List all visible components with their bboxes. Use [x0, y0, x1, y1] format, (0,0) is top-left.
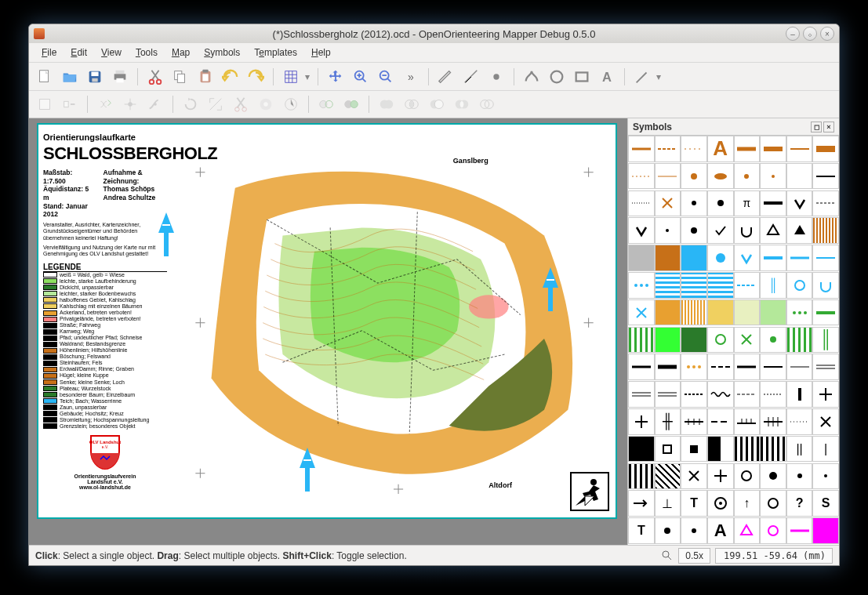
symbol-cell[interactable] — [707, 245, 734, 271]
symbol-cell[interactable] — [786, 354, 813, 380]
symbol-cell[interactable] — [681, 436, 707, 463]
symbol-cell[interactable] — [786, 408, 813, 435]
menu-file[interactable]: File — [35, 45, 63, 60]
symbol-cell[interactable] — [734, 517, 761, 544]
symbol-cell[interactable] — [760, 381, 786, 408]
symbol-cell[interactable]: ? — [786, 490, 813, 517]
symbol-cell[interactable] — [681, 408, 707, 435]
point-tool[interactable] — [485, 66, 507, 88]
symbol-cell[interactable] — [707, 217, 734, 244]
symbol-cell[interactable] — [760, 245, 786, 271]
menu-symbols[interactable]: Symbols — [198, 45, 246, 60]
symbol-cell[interactable] — [655, 272, 681, 299]
menu-map[interactable]: Map — [165, 45, 196, 60]
symbol-cell[interactable] — [707, 190, 734, 217]
maximize-button[interactable]: ⬦ — [803, 27, 817, 41]
new-button[interactable] — [34, 66, 56, 88]
symbol-cell[interactable] — [681, 299, 707, 326]
symbol-cell[interactable] — [786, 272, 813, 299]
cut-button[interactable] — [144, 66, 166, 88]
symbol-cell[interactable]: ⊥ — [655, 490, 681, 517]
symbol-cell[interactable] — [812, 381, 839, 408]
tb2-switch[interactable] — [94, 93, 116, 115]
symbol-cell[interactable] — [812, 517, 839, 544]
symbol-cell[interactable] — [760, 163, 786, 190]
menu-view[interactable]: View — [95, 45, 128, 60]
symbol-cell[interactable] — [734, 463, 761, 490]
symbol-cell[interactable] — [812, 299, 839, 326]
tb2-union[interactable] — [376, 93, 398, 115]
symbol-cell[interactable] — [655, 245, 681, 271]
symbol-cell[interactable] — [707, 381, 734, 408]
panel-float-button[interactable]: ◻ — [811, 122, 822, 132]
symbol-cell[interactable] — [734, 245, 761, 271]
symbol-cell[interactable] — [681, 517, 707, 544]
symbol-cell[interactable] — [760, 436, 786, 463]
symbol-cell[interactable] — [786, 163, 813, 190]
symbol-cell[interactable] — [812, 272, 839, 299]
symbol-cell[interactable] — [786, 327, 813, 354]
symbol-cell[interactable] — [707, 163, 734, 190]
symbol-cell[interactable] — [655, 136, 681, 162]
tb2-snap[interactable] — [119, 93, 141, 115]
tb2-diff[interactable] — [426, 93, 448, 115]
symbol-cell[interactable] — [681, 217, 707, 244]
symbol-cell[interactable] — [681, 190, 707, 217]
symbol-cell[interactable] — [760, 136, 786, 162]
symbol-cell[interactable] — [628, 354, 655, 380]
symbol-cell[interactable] — [628, 163, 655, 190]
symbol-cell[interactable] — [681, 354, 707, 380]
symbol-cell[interactable] — [812, 136, 839, 162]
symbol-cell[interactable]: ↑ — [734, 490, 761, 517]
symbol-cell[interactable] — [786, 217, 813, 244]
tb2-scale[interactable] — [205, 93, 227, 115]
symbol-cell[interactable] — [812, 245, 839, 271]
symbol-cell[interactable] — [655, 299, 681, 326]
menu-help[interactable]: Help — [305, 45, 337, 60]
symbol-cell[interactable] — [760, 299, 786, 326]
tb2-cuthole[interactable] — [255, 93, 277, 115]
symbol-cell[interactable] — [786, 517, 813, 544]
symbol-cell[interactable] — [707, 354, 734, 380]
coords-display[interactable]: 199.51 -59.64 (mm) — [715, 548, 833, 564]
symbol-cell[interactable]: ╫ — [655, 408, 681, 435]
save-button[interactable] — [84, 66, 106, 88]
symbol-cell[interactable] — [655, 381, 681, 408]
symbol-cell[interactable] — [734, 163, 761, 190]
tb2-join[interactable] — [144, 93, 166, 115]
symbol-cell[interactable]: π — [734, 190, 761, 217]
symbol-cell[interactable]: ║ — [812, 327, 839, 354]
symbol-cell[interactable] — [655, 327, 681, 354]
tb2-switch-sym[interactable] — [315, 93, 337, 115]
circle-tool[interactable] — [546, 66, 568, 88]
tb2-1[interactable] — [34, 93, 56, 115]
symbol-cell[interactable] — [760, 517, 786, 544]
menu-templates[interactable]: Templates — [248, 45, 303, 60]
symbol-cell[interactable] — [786, 381, 813, 408]
symbol-cell[interactable] — [734, 327, 761, 354]
symbol-cell[interactable] — [734, 436, 761, 463]
symbol-cell[interactable]: | — [812, 436, 839, 463]
symbol-cell[interactable] — [734, 354, 761, 380]
symbol-cell[interactable] — [760, 354, 786, 380]
symbol-cell[interactable] — [681, 381, 707, 408]
symbol-cell[interactable] — [760, 490, 786, 517]
symbol-cell[interactable] — [681, 245, 707, 271]
symbol-cell[interactable] — [655, 217, 681, 244]
symbol-cell[interactable] — [707, 327, 734, 354]
draw-tool[interactable] — [631, 66, 653, 88]
symbol-cell[interactable]: A — [707, 517, 734, 544]
symbol-cell[interactable] — [734, 299, 761, 326]
symbol-cell[interactable] — [628, 490, 655, 517]
symbol-cell[interactable] — [628, 272, 655, 299]
canvas[interactable]: Orientierungslaufkarte SCHLOSSBERGHOLZ M… — [29, 118, 627, 545]
print-button[interactable] — [109, 66, 131, 88]
symbol-cell[interactable] — [707, 490, 734, 517]
symbol-cell[interactable] — [655, 463, 681, 490]
tb2-rotate[interactable] — [180, 93, 202, 115]
symbol-cell[interactable] — [681, 272, 707, 299]
tb2-xor[interactable] — [451, 93, 473, 115]
symbol-cell[interactable]: S — [812, 490, 839, 517]
symbol-cell[interactable] — [628, 436, 655, 463]
close-button[interactable]: × — [820, 27, 834, 41]
